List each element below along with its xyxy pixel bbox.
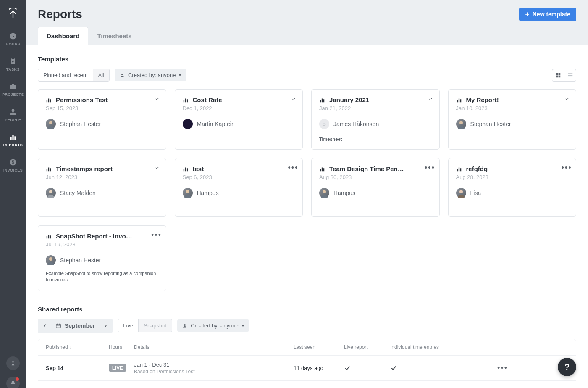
filter-pinned-and-recent[interactable]: Pinned and recent xyxy=(38,69,93,81)
card-date: Jul 19, 2023 xyxy=(46,241,158,248)
svg-rect-37 xyxy=(323,99,324,102)
card-date: Jan 21, 2022 xyxy=(319,105,432,111)
sidebar-item-tasks[interactable]: TASKS xyxy=(0,55,26,73)
svg-point-18 xyxy=(12,361,14,362)
created-by-filter[interactable]: Created by: anyone ▾ xyxy=(115,69,186,81)
svg-point-12 xyxy=(12,109,15,112)
author-avatar-icon xyxy=(183,188,193,198)
tab-dashboard[interactable]: Dashboard xyxy=(38,27,88,45)
new-template-button[interactable]: + New template xyxy=(519,8,576,21)
notification-dot-icon xyxy=(16,377,19,381)
svg-rect-33 xyxy=(185,98,186,102)
pin-icon[interactable] xyxy=(153,95,160,102)
bars-icon xyxy=(46,97,52,103)
svg-rect-10 xyxy=(12,58,14,59)
sidebar-item-projects[interactable]: PROJECTS xyxy=(0,81,26,98)
live-badge: LIVE xyxy=(109,364,126,372)
sidebar-item-hours[interactable]: HOURS xyxy=(0,30,26,48)
grid-view-button[interactable] xyxy=(552,69,564,81)
svg-line-6 xyxy=(10,8,11,9)
shared-section-label: Shared reports xyxy=(38,306,576,313)
col-published[interactable]: Published ↓ xyxy=(46,344,109,350)
template-card[interactable]: ••• Team Design Time Pen… Aug 30, 2023 H… xyxy=(311,158,440,217)
col-individual[interactable]: Individual time entries xyxy=(390,344,483,350)
clock-icon xyxy=(9,32,17,40)
bars-icon xyxy=(46,233,52,239)
sidebar-item-label: REPORTS xyxy=(3,143,23,147)
col-last-seen[interactable]: Last seen xyxy=(294,344,344,350)
svg-rect-42 xyxy=(47,169,47,171)
filter-all[interactable]: All xyxy=(93,69,109,81)
template-card[interactable]: January 2021 Jan 21, 2022 ☺ James Håkons… xyxy=(311,89,440,150)
tab-timesheets[interactable]: Timesheets xyxy=(88,27,140,45)
bars-icon xyxy=(319,166,325,172)
bars-icon xyxy=(46,166,52,172)
sidebar-item-people[interactable]: PEOPLE xyxy=(0,106,26,124)
more-icon[interactable]: ••• xyxy=(563,164,570,171)
svg-rect-47 xyxy=(185,167,186,171)
more-icon[interactable]: ••• xyxy=(427,164,433,171)
svg-point-57 xyxy=(459,190,463,193)
assistant-icon[interactable] xyxy=(6,356,20,370)
template-card[interactable]: ••• refgfdg Aug 28, 2023 Lisa xyxy=(448,158,577,217)
sidebar-item-label: PEOPLE xyxy=(5,118,21,122)
help-button[interactable]: ? xyxy=(558,358,576,376)
table-row[interactable]: Sep 1 - Sep 30 xyxy=(38,380,576,388)
card-title: Permissions Test xyxy=(56,96,108,103)
author-avatar-icon xyxy=(46,188,56,198)
svg-rect-27 xyxy=(568,76,572,77)
row-more-button[interactable]: ••• xyxy=(483,364,508,372)
template-card[interactable]: Timestamps report Jun 12, 2023 Stacy Mal… xyxy=(38,158,166,217)
pin-icon[interactable] xyxy=(563,95,570,102)
period-label[interactable]: September xyxy=(51,322,99,329)
template-card[interactable]: My Report! Jan 10, 2023 Stephan Hester xyxy=(448,89,577,150)
notifications-icon[interactable] xyxy=(6,377,20,388)
next-period-button[interactable] xyxy=(99,319,112,332)
pin-icon[interactable] xyxy=(427,95,433,102)
svg-rect-59 xyxy=(48,235,49,238)
view-toggle xyxy=(552,69,576,82)
template-card[interactable]: Cost Rate Dec 1, 2022 Martin Kaptein xyxy=(175,89,303,150)
svg-rect-32 xyxy=(183,100,184,102)
svg-line-4 xyxy=(16,9,16,10)
logo-icon xyxy=(7,7,19,19)
more-icon[interactable]: ••• xyxy=(290,164,297,171)
sidebar-item-reports[interactable]: REPORTS xyxy=(0,131,26,149)
filter-live[interactable]: Live xyxy=(118,319,138,332)
svg-rect-56 xyxy=(460,168,461,171)
shared-reports-table: Published ↓ Hours Details Last seen Live… xyxy=(38,339,576,388)
filter-snapshot[interactable]: Snapshot xyxy=(138,319,172,332)
svg-point-66 xyxy=(184,324,186,326)
col-hours[interactable]: Hours xyxy=(109,344,134,350)
row-details: Jan 1 - Dec 31 xyxy=(134,362,294,368)
more-icon[interactable]: ••• xyxy=(153,232,160,238)
caret-down-icon: ▾ xyxy=(242,323,244,328)
svg-rect-21 xyxy=(556,73,558,75)
template-card[interactable]: ••• test Sep 6, 2023 Hampus xyxy=(175,158,303,217)
card-date: Jan 10, 2023 xyxy=(456,105,569,111)
template-card[interactable]: Permissions Test Sep 15, 2023 Stephan He… xyxy=(38,89,166,150)
author-name: Martin Kaptein xyxy=(197,121,235,127)
author-avatar-icon xyxy=(456,188,466,198)
pin-icon[interactable] xyxy=(153,164,160,171)
sidebar-item-invoices[interactable]: $ INVOICES xyxy=(0,156,26,174)
card-title: My Report! xyxy=(466,96,499,103)
shared-created-by-filter[interactable]: Created by: anyone ▾ xyxy=(177,319,249,332)
col-details[interactable]: Details xyxy=(134,344,294,350)
prev-period-button[interactable] xyxy=(39,319,51,332)
sidebar: HOURS TASKS PROJECTS PEOPLE xyxy=(0,0,26,388)
svg-rect-58 xyxy=(47,236,47,238)
table-row[interactable]: Sep 14 LIVE Jan 1 - Dec 31 Based on Perm… xyxy=(38,355,576,380)
svg-rect-35 xyxy=(320,100,321,102)
svg-rect-62 xyxy=(56,324,61,328)
logo[interactable] xyxy=(0,0,26,26)
sidebar-item-label: HOURS xyxy=(6,42,21,46)
card-title: SnapShot Report - Invo… xyxy=(56,232,132,240)
pin-icon[interactable] xyxy=(290,95,297,102)
col-live-report[interactable]: Live report xyxy=(344,344,390,350)
template-card[interactable]: ••• SnapShot Report - Invo… Jul 19, 2023… xyxy=(38,225,166,291)
page-header: Reports + New template Dashboard Timeshe… xyxy=(26,0,588,45)
list-view-button[interactable] xyxy=(564,69,576,81)
card-date: Aug 28, 2023 xyxy=(456,174,569,180)
svg-rect-52 xyxy=(323,168,324,171)
